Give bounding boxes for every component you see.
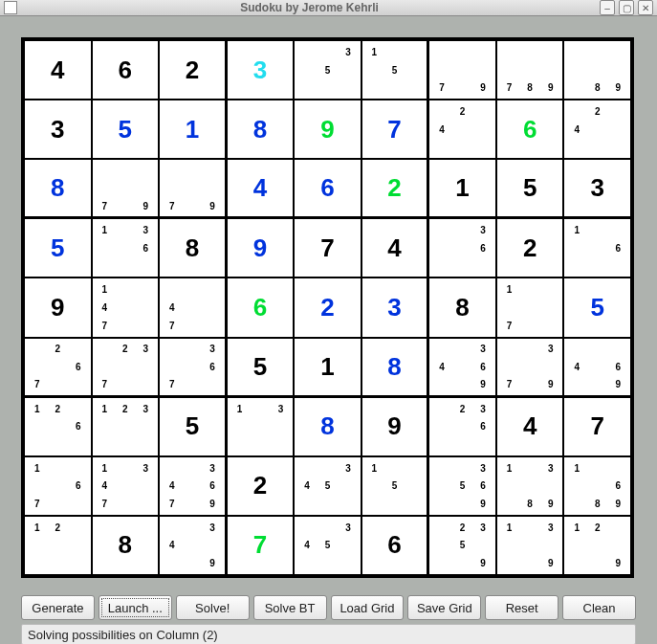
cell-r8-c7[interactable]: 139 (496, 516, 564, 575)
cell-r8-c8[interactable]: 129 (563, 516, 631, 575)
cell-r3-c0[interactable]: 5 (24, 218, 92, 278)
cell-r4-c5[interactable]: 3 (361, 278, 429, 337)
cell-r8-c5[interactable]: 6 (361, 516, 429, 575)
cell-r6-c5[interactable]: 9 (361, 397, 429, 456)
save-grid-button[interactable]: Save Grid (407, 595, 481, 620)
cell-r4-c4[interactable]: 2 (294, 278, 361, 337)
cell-r3-c3[interactable]: 9 (227, 218, 295, 278)
cell-r0-c7[interactable]: 789 (496, 40, 564, 100)
cell-r5-c7[interactable]: 379 (496, 338, 564, 397)
cell-r0-c6[interactable]: 79 (428, 40, 496, 100)
cell-r2-c5[interactable]: 2 (361, 159, 429, 218)
cell-r5-c1[interactable]: 237 (92, 338, 160, 397)
sudoku-grid[interactable]: 4623351579789893518972462487979462153513… (21, 37, 634, 578)
cell-r0-c0[interactable]: 4 (24, 40, 92, 100)
cell-r7-c7[interactable]: 1389 (496, 456, 564, 516)
cell-r6-c0[interactable]: 126 (24, 397, 92, 456)
cell-r3-c2[interactable]: 8 (159, 218, 227, 278)
cell-value: 2 (320, 293, 334, 322)
cell-candidates: 16 (566, 221, 628, 275)
cell-r0-c4[interactable]: 35 (294, 40, 361, 100)
cell-r8-c0[interactable]: 12 (24, 516, 92, 575)
cell-r3-c7[interactable]: 2 (496, 218, 564, 278)
solve-button[interactable]: Solve! (176, 595, 250, 620)
generate-button[interactable]: Generate (21, 595, 95, 620)
cell-r2-c2[interactable]: 79 (159, 159, 227, 218)
cell-r4-c8[interactable]: 5 (563, 278, 631, 337)
cell-r5-c3[interactable]: 5 (227, 338, 295, 397)
cell-r1-c0[interactable]: 3 (24, 100, 92, 159)
cell-r3-c6[interactable]: 36 (428, 218, 496, 278)
cell-r1-c2[interactable]: 1 (159, 100, 227, 159)
cell-r8-c4[interactable]: 345 (294, 516, 361, 575)
cell-r5-c2[interactable]: 367 (159, 338, 227, 397)
cell-r4-c6[interactable]: 8 (428, 278, 496, 337)
cell-candidates: 24 (566, 102, 628, 156)
cell-r2-c4[interactable]: 6 (294, 159, 361, 218)
cell-r5-c0[interactable]: 267 (24, 338, 92, 397)
cell-r8-c6[interactable]: 2359 (428, 516, 496, 575)
cell-r8-c1[interactable]: 8 (92, 516, 160, 575)
cell-r2-c1[interactable]: 79 (92, 159, 160, 218)
cell-r2-c6[interactable]: 1 (428, 159, 496, 218)
cell-r6-c8[interactable]: 7 (563, 397, 631, 456)
cell-r7-c1[interactable]: 1347 (92, 456, 160, 516)
reset-button[interactable]: Reset (485, 595, 558, 620)
launch-button[interactable]: Launch ... (99, 595, 172, 620)
cell-r4-c3[interactable]: 6 (227, 278, 295, 337)
cell-r7-c4[interactable]: 345 (294, 456, 361, 516)
cell-r1-c6[interactable]: 24 (428, 100, 496, 159)
cell-r8-c3[interactable]: 7 (227, 516, 295, 575)
cell-r2-c8[interactable]: 3 (563, 159, 631, 218)
cell-r6-c3[interactable]: 13 (227, 397, 295, 456)
cell-r6-c1[interactable]: 123 (92, 397, 160, 456)
cell-r7-c2[interactable]: 34679 (159, 456, 227, 516)
cell-r7-c5[interactable]: 15 (361, 456, 429, 516)
cell-r5-c6[interactable]: 3469 (428, 338, 496, 397)
cell-r6-c6[interactable]: 236 (428, 397, 496, 456)
cell-r0-c3[interactable]: 3 (227, 40, 295, 100)
cell-value: 1 (186, 115, 199, 144)
cell-r1-c1[interactable]: 5 (92, 100, 160, 159)
cell-r0-c2[interactable]: 2 (159, 40, 227, 100)
cell-r0-c5[interactable]: 15 (361, 40, 429, 100)
cell-r8-c2[interactable]: 349 (159, 516, 227, 575)
cell-r7-c8[interactable]: 1689 (563, 456, 631, 516)
maximize-icon[interactable]: ▢ (619, 0, 634, 15)
cell-r7-c6[interactable]: 3569 (428, 456, 496, 516)
cell-r6-c4[interactable]: 8 (294, 397, 361, 456)
cell-r2-c0[interactable]: 8 (24, 159, 92, 218)
cell-r3-c4[interactable]: 7 (294, 218, 361, 278)
cell-r3-c8[interactable]: 16 (563, 218, 631, 278)
cell-r7-c3[interactable]: 2 (227, 456, 295, 516)
load-grid-button[interactable]: Load Grid (331, 595, 405, 620)
minimize-icon[interactable]: – (600, 0, 615, 15)
cell-value: 6 (119, 56, 132, 85)
cell-r1-c7[interactable]: 6 (496, 100, 564, 159)
cell-r4-c7[interactable]: 17 (496, 278, 564, 337)
cell-r6-c7[interactable]: 4 (496, 397, 564, 456)
cell-r3-c5[interactable]: 4 (361, 218, 429, 278)
cell-r4-c2[interactable]: 47 (159, 278, 227, 337)
cell-r1-c8[interactable]: 24 (563, 100, 631, 159)
cell-r1-c3[interactable]: 8 (227, 100, 295, 159)
cell-r5-c8[interactable]: 469 (563, 338, 631, 397)
cell-r7-c0[interactable]: 167 (24, 456, 92, 516)
cell-candidates: 12 (27, 519, 89, 572)
cell-r5-c5[interactable]: 8 (361, 338, 429, 397)
solve-bt-button[interactable]: Solve BT (253, 595, 327, 620)
cell-r2-c7[interactable]: 5 (496, 159, 564, 218)
cell-r3-c1[interactable]: 136 (92, 218, 160, 278)
cell-r2-c3[interactable]: 4 (227, 159, 295, 218)
cell-r0-c1[interactable]: 6 (92, 40, 160, 100)
cell-r4-c1[interactable]: 147 (92, 278, 160, 337)
close-icon[interactable]: ✕ (638, 0, 653, 15)
clean-button[interactable]: Clean (562, 595, 636, 620)
cell-r1-c5[interactable]: 7 (361, 100, 429, 159)
cell-r0-c8[interactable]: 89 (563, 40, 631, 100)
cell-candidates: 36 (431, 221, 493, 275)
cell-r6-c2[interactable]: 5 (159, 397, 227, 456)
cell-r4-c0[interactable]: 9 (24, 278, 92, 337)
cell-r1-c4[interactable]: 9 (294, 100, 361, 159)
cell-r5-c4[interactable]: 1 (294, 338, 361, 397)
